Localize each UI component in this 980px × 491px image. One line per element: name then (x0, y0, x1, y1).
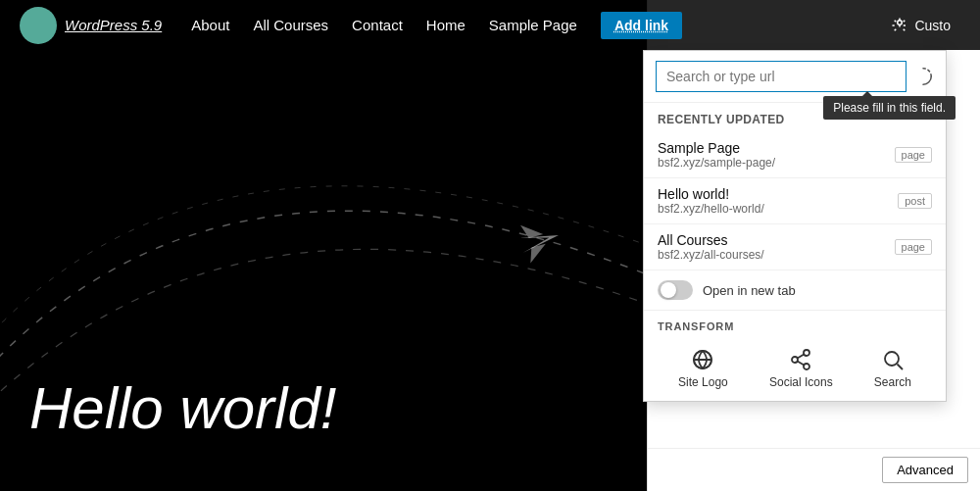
link-item-title: Hello world! (658, 186, 764, 202)
fill-tooltip: Please fill in this field. (823, 96, 956, 120)
search-input[interactable] (656, 61, 906, 92)
nav-link-contact[interactable]: Contact (352, 17, 403, 33)
link-item-all-courses[interactable]: All Courses bsf2.xyz/all-courses/ page (644, 224, 946, 270)
social-icons-icon (789, 348, 812, 371)
link-item-badge: page (895, 147, 932, 163)
open-new-tab-toggle[interactable] (658, 280, 693, 300)
svg-line-5 (798, 362, 805, 366)
search-transform-icon (881, 348, 905, 371)
site-title: WordPress 5.9 (65, 17, 162, 33)
transform-section: TRANSFORM Site Logo (644, 311, 946, 401)
site-logo[interactable] (20, 7, 57, 44)
link-item-title: Sample Page (658, 140, 775, 156)
svg-point-4 (804, 364, 809, 369)
link-item-url: bsf2.xyz/all-courses/ (658, 248, 764, 262)
site-logo-label: Site Logo (678, 375, 728, 389)
nav-link-about[interactable]: About (191, 17, 229, 33)
transform-search[interactable]: Search (860, 342, 925, 395)
svg-point-0 (898, 20, 903, 25)
link-item-sample-page[interactable]: Sample Page bsf2.xyz/sample-page/ page (644, 132, 946, 178)
social-icons-label: Social Icons (769, 375, 833, 389)
svg-point-7 (885, 352, 899, 366)
hello-world-heading: Hello world! (29, 374, 336, 442)
nav-link-home[interactable]: Home (426, 17, 466, 33)
transform-icons: Site Logo Social Icons Search (658, 342, 932, 395)
svg-line-8 (897, 365, 903, 370)
search-row: Please fill in this field. (644, 51, 946, 103)
svg-line-6 (798, 355, 805, 359)
top-navigation: WordPress 5.9 About All Courses Contact … (0, 0, 980, 50)
link-item-hello-world[interactable]: Hello world! bsf2.xyz/hello-world/ post (644, 178, 946, 224)
nav-link-sample-page[interactable]: Sample Page (489, 17, 577, 33)
customizer-icon (891, 17, 908, 34)
advanced-btn-row: Advanced (647, 448, 980, 491)
transform-site-logo[interactable]: Site Logo (664, 342, 742, 395)
nav-link-all-courses[interactable]: All Courses (253, 17, 328, 33)
link-item-badge: post (898, 193, 932, 209)
add-link-dropdown: Please fill in this field. Recently upda… (643, 50, 947, 402)
customizer-label: Custo (914, 18, 951, 33)
transform-label: TRANSFORM (658, 320, 932, 332)
svg-point-2 (804, 350, 809, 356)
link-item-title: All Courses (658, 232, 764, 248)
add-link-button[interactable]: Add link (601, 12, 682, 39)
nav-links: About All Courses Contact Home Sample Pa… (191, 12, 873, 39)
link-item-badge: page (895, 239, 932, 255)
search-spinner-icon (912, 66, 934, 87)
advanced-button[interactable]: Advanced (882, 457, 968, 483)
link-item-url: bsf2.xyz/sample-page/ (658, 156, 775, 170)
search-label: Search (874, 375, 911, 389)
link-item-url: bsf2.xyz/hello-world/ (658, 202, 764, 216)
site-logo-icon (691, 348, 714, 371)
toggle-knob (661, 282, 676, 298)
customizer-button[interactable]: Custo (881, 17, 960, 34)
open-in-new-tab-row: Open in new tab (644, 270, 946, 311)
svg-point-3 (792, 357, 798, 363)
toggle-label: Open in new tab (703, 283, 796, 298)
transform-social-icons[interactable]: Social Icons (756, 342, 847, 395)
